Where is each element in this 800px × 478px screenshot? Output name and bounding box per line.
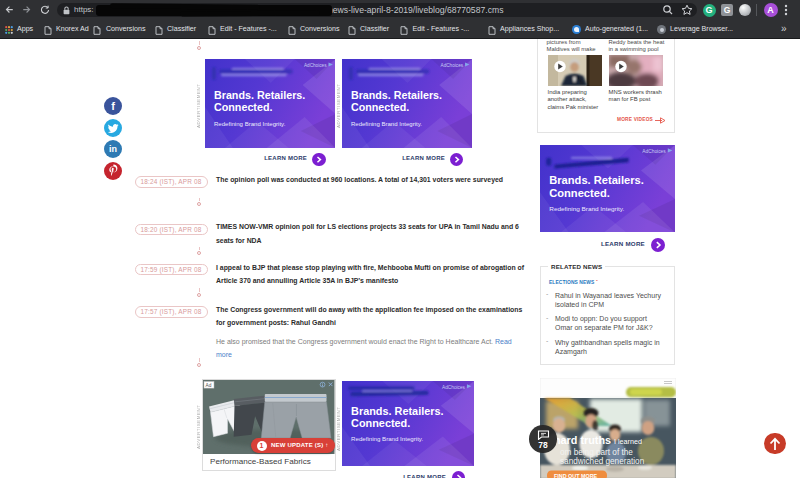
svg-text:AdChoices: AdChoices xyxy=(440,62,463,67)
svg-text:Connected.: Connected. xyxy=(351,417,410,429)
svg-text:Redefining Brand Integrity.: Redefining Brand Integrity. xyxy=(351,436,423,442)
svg-text:Brands. Retailers.: Brands. Retailers. xyxy=(350,88,441,100)
svg-text:Brands. Retailers.: Brands. Retailers. xyxy=(549,174,643,186)
svg-text:sandwiched generation: sandwiched generation xyxy=(560,456,645,465)
svg-text:Connected.: Connected. xyxy=(350,100,408,112)
svg-text:AdChoices: AdChoices xyxy=(303,62,326,67)
svg-text:Ad: Ad xyxy=(206,382,212,387)
svg-text:Brands. Retailers.: Brands. Retailers. xyxy=(213,88,304,100)
svg-text:Redefining Brand Integrity.: Redefining Brand Integrity. xyxy=(350,120,421,126)
svg-text:Redefining Brand Integrity.: Redefining Brand Integrity. xyxy=(549,205,624,212)
svg-text:Brands. Retailers.: Brands. Retailers. xyxy=(351,406,444,418)
svg-text:AdChoices: AdChoices xyxy=(442,385,466,390)
svg-text:Connected.: Connected. xyxy=(213,100,272,112)
svg-text:Connected.: Connected. xyxy=(549,187,610,199)
svg-text:Redefining Brand Integrity.: Redefining Brand Integrity. xyxy=(213,119,285,126)
svg-text:om being part of the: om being part of the xyxy=(560,447,633,456)
svg-text:FIND OUT MORE: FIND OUT MORE xyxy=(554,472,598,478)
svg-text:AdChoices: AdChoices xyxy=(642,149,666,154)
